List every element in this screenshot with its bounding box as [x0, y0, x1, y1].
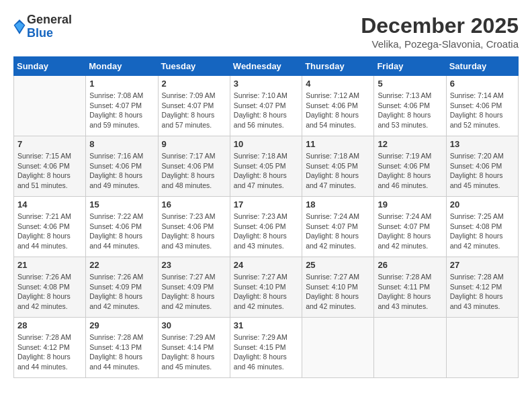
day-info: Sunrise: 7:28 AM Sunset: 4:12 PM Dayligh… — [17, 332, 82, 372]
day-info: Sunrise: 7:28 AM Sunset: 4:11 PM Dayligh… — [378, 272, 442, 312]
weekday-header-thursday: Thursday — [302, 57, 374, 76]
calendar-week-row: 14Sunrise: 7:21 AM Sunset: 4:06 PM Dayli… — [14, 197, 519, 257]
calendar-cell: 3Sunrise: 7:10 AM Sunset: 4:07 PM Daylig… — [230, 76, 302, 136]
day-info: Sunrise: 7:25 AM Sunset: 4:08 PM Dayligh… — [450, 212, 515, 251]
calendar-cell: 28Sunrise: 7:28 AM Sunset: 4:12 PM Dayli… — [14, 318, 86, 378]
day-info: Sunrise: 7:20 AM Sunset: 4:06 PM Dayligh… — [450, 151, 515, 191]
day-number: 21 — [17, 260, 82, 270]
calendar-cell: 15Sunrise: 7:22 AM Sunset: 4:06 PM Dayli… — [86, 197, 158, 257]
day-number: 14 — [17, 199, 82, 210]
weekday-header-sunday: Sunday — [14, 57, 86, 76]
day-number: 22 — [89, 260, 154, 270]
day-number: 30 — [162, 320, 226, 330]
page-header: General Blue December 2025 Velika, Pozeg… — [13, 13, 519, 50]
day-info: Sunrise: 7:22 AM Sunset: 4:06 PM Dayligh… — [89, 212, 154, 251]
calendar-cell — [374, 318, 446, 378]
day-number: 27 — [450, 260, 515, 270]
logo-text: General Blue — [27, 13, 72, 40]
logo-icon — [13, 19, 26, 34]
day-info: Sunrise: 7:29 AM Sunset: 4:15 PM Dayligh… — [234, 332, 298, 372]
day-number: 18 — [306, 199, 370, 210]
calendar-cell: 14Sunrise: 7:21 AM Sunset: 4:06 PM Dayli… — [14, 197, 86, 257]
title-block: December 2025 Velika, Pozega-Slavonia, C… — [361, 13, 519, 50]
day-info: Sunrise: 7:15 AM Sunset: 4:06 PM Dayligh… — [17, 151, 82, 191]
day-number: 2 — [162, 79, 226, 89]
calendar-cell: 12Sunrise: 7:19 AM Sunset: 4:06 PM Dayli… — [374, 136, 446, 197]
calendar-cell: 6Sunrise: 7:14 AM Sunset: 4:06 PM Daylig… — [446, 76, 518, 136]
day-number: 3 — [234, 79, 298, 89]
calendar-cell: 25Sunrise: 7:27 AM Sunset: 4:10 PM Dayli… — [302, 257, 374, 318]
day-number: 23 — [162, 260, 226, 270]
logo-general: General — [27, 13, 72, 27]
location-subtitle: Velika, Pozega-Slavonia, Croatia — [361, 38, 519, 50]
day-number: 28 — [17, 320, 82, 330]
calendar-cell: 11Sunrise: 7:18 AM Sunset: 4:05 PM Dayli… — [302, 136, 374, 197]
calendar-week-row: 28Sunrise: 7:28 AM Sunset: 4:12 PM Dayli… — [14, 318, 519, 378]
calendar-week-row: 7Sunrise: 7:15 AM Sunset: 4:06 PM Daylig… — [14, 136, 519, 197]
calendar-cell: 1Sunrise: 7:08 AM Sunset: 4:07 PM Daylig… — [86, 76, 158, 136]
day-info: Sunrise: 7:26 AM Sunset: 4:09 PM Dayligh… — [89, 272, 154, 312]
day-number: 7 — [17, 139, 82, 149]
calendar-cell: 17Sunrise: 7:23 AM Sunset: 4:06 PM Dayli… — [230, 197, 302, 257]
calendar-cell: 10Sunrise: 7:18 AM Sunset: 4:05 PM Dayli… — [230, 136, 302, 197]
calendar-cell: 8Sunrise: 7:16 AM Sunset: 4:06 PM Daylig… — [86, 136, 158, 197]
calendar-cell: 5Sunrise: 7:13 AM Sunset: 4:06 PM Daylig… — [374, 76, 446, 136]
weekday-header-wednesday: Wednesday — [230, 57, 302, 76]
day-number: 25 — [306, 260, 370, 270]
logo-blue: Blue — [27, 27, 72, 40]
weekday-header-row: SundayMondayTuesdayWednesdayThursdayFrid… — [14, 57, 519, 76]
calendar-cell — [302, 318, 374, 378]
day-info: Sunrise: 7:26 AM Sunset: 4:08 PM Dayligh… — [17, 272, 82, 312]
day-number: 16 — [162, 199, 226, 210]
calendar-cell: 16Sunrise: 7:23 AM Sunset: 4:06 PM Dayli… — [158, 197, 230, 257]
calendar-cell: 22Sunrise: 7:26 AM Sunset: 4:09 PM Dayli… — [86, 257, 158, 318]
day-number: 15 — [89, 199, 154, 210]
calendar-cell: 24Sunrise: 7:27 AM Sunset: 4:10 PM Dayli… — [230, 257, 302, 318]
day-info: Sunrise: 7:13 AM Sunset: 4:06 PM Dayligh… — [378, 91, 442, 130]
calendar-cell: 20Sunrise: 7:25 AM Sunset: 4:08 PM Dayli… — [446, 197, 518, 257]
calendar-week-row: 21Sunrise: 7:26 AM Sunset: 4:08 PM Dayli… — [14, 257, 519, 318]
day-number: 17 — [234, 199, 298, 210]
day-info: Sunrise: 7:27 AM Sunset: 4:10 PM Dayligh… — [306, 272, 370, 312]
calendar-cell: 30Sunrise: 7:29 AM Sunset: 4:14 PM Dayli… — [158, 318, 230, 378]
calendar-cell: 21Sunrise: 7:26 AM Sunset: 4:08 PM Dayli… — [14, 257, 86, 318]
calendar-cell: 18Sunrise: 7:24 AM Sunset: 4:07 PM Dayli… — [302, 197, 374, 257]
calendar-cell: 7Sunrise: 7:15 AM Sunset: 4:06 PM Daylig… — [14, 136, 86, 197]
day-number: 13 — [450, 139, 515, 149]
calendar-week-row: 1Sunrise: 7:08 AM Sunset: 4:07 PM Daylig… — [14, 76, 519, 136]
day-number: 9 — [162, 139, 226, 149]
day-info: Sunrise: 7:23 AM Sunset: 4:06 PM Dayligh… — [234, 212, 298, 251]
calendar-cell: 29Sunrise: 7:28 AM Sunset: 4:13 PM Dayli… — [86, 318, 158, 378]
calendar-cell: 4Sunrise: 7:12 AM Sunset: 4:06 PM Daylig… — [302, 76, 374, 136]
calendar-cell: 23Sunrise: 7:27 AM Sunset: 4:09 PM Dayli… — [158, 257, 230, 318]
day-info: Sunrise: 7:09 AM Sunset: 4:07 PM Dayligh… — [162, 91, 226, 130]
calendar-cell: 27Sunrise: 7:28 AM Sunset: 4:12 PM Dayli… — [446, 257, 518, 318]
day-number: 6 — [450, 79, 515, 89]
calendar-cell — [446, 318, 518, 378]
day-number: 29 — [89, 320, 154, 330]
day-number: 26 — [378, 260, 442, 270]
day-number: 8 — [89, 139, 154, 149]
day-number: 10 — [234, 139, 298, 149]
calendar-cell: 31Sunrise: 7:29 AM Sunset: 4:15 PM Dayli… — [230, 318, 302, 378]
day-number: 24 — [234, 260, 298, 270]
weekday-header-saturday: Saturday — [446, 57, 518, 76]
day-info: Sunrise: 7:24 AM Sunset: 4:07 PM Dayligh… — [378, 212, 442, 251]
day-info: Sunrise: 7:24 AM Sunset: 4:07 PM Dayligh… — [306, 212, 370, 251]
calendar-cell: 9Sunrise: 7:17 AM Sunset: 4:06 PM Daylig… — [158, 136, 230, 197]
day-number: 31 — [234, 320, 298, 330]
calendar-cell: 13Sunrise: 7:20 AM Sunset: 4:06 PM Dayli… — [446, 136, 518, 197]
weekday-header-friday: Friday — [374, 57, 446, 76]
day-number: 5 — [378, 79, 442, 89]
logo: General Blue — [13, 13, 72, 40]
day-number: 11 — [306, 139, 370, 149]
day-info: Sunrise: 7:16 AM Sunset: 4:06 PM Dayligh… — [89, 151, 154, 191]
day-number: 19 — [378, 199, 442, 210]
day-number: 1 — [89, 79, 154, 89]
day-info: Sunrise: 7:28 AM Sunset: 4:13 PM Dayligh… — [89, 332, 154, 372]
day-info: Sunrise: 7:10 AM Sunset: 4:07 PM Dayligh… — [234, 91, 298, 130]
day-info: Sunrise: 7:28 AM Sunset: 4:12 PM Dayligh… — [450, 272, 515, 312]
calendar-cell: 26Sunrise: 7:28 AM Sunset: 4:11 PM Dayli… — [374, 257, 446, 318]
day-info: Sunrise: 7:27 AM Sunset: 4:09 PM Dayligh… — [162, 272, 226, 312]
day-number: 20 — [450, 199, 515, 210]
